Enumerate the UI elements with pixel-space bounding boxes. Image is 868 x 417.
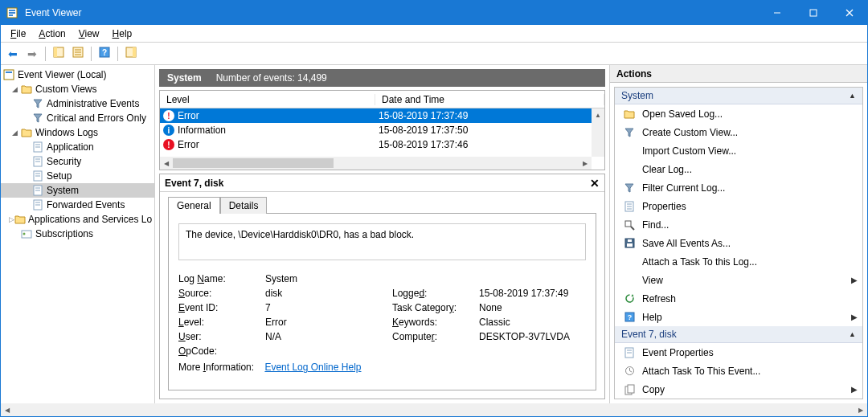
action-create-custom-view[interactable]: Create Custom View...	[615, 123, 862, 141]
save-icon	[623, 237, 636, 250]
tree-label: Setup	[47, 170, 72, 182]
scroll-right-icon[interactable]: ▶	[854, 403, 867, 416]
action-label: Filter Current Log...	[642, 182, 725, 194]
error-icon: !	[163, 110, 174, 121]
tree-apps-services[interactable]: ▷ Applications and Services Lo	[1, 212, 154, 227]
subscriptions-icon	[20, 227, 33, 240]
center-header: System Number of events: 14,499	[159, 69, 605, 87]
action-copy[interactable]: Copy ▶	[615, 380, 862, 399]
event-properties-grid: Log Name: System Source: disk Logged: 15…	[178, 273, 586, 357]
action-label: Find...	[642, 219, 669, 231]
actions-section-event[interactable]: Event 7, disk ▲	[615, 326, 862, 343]
event-row[interactable]: iInformation15-08-2019 17:37:50	[160, 123, 592, 137]
event-row[interactable]: !Error15-08-2019 17:37:46	[160, 137, 592, 152]
action-view[interactable]: View ▶	[615, 271, 862, 289]
action-open-saved-log[interactable]: Open Saved Log...	[615, 104, 862, 123]
scroll-thumb[interactable]	[173, 158, 334, 168]
scroll-right-icon[interactable]: ▶	[579, 157, 592, 170]
collapse-icon[interactable]: ◢	[9, 85, 20, 93]
col-level[interactable]: Level	[160, 94, 375, 105]
forward-button[interactable]: ➡	[23, 45, 41, 63]
menu-file[interactable]: File	[4, 27, 32, 41]
action-save-all[interactable]: Save All Events As...	[615, 234, 862, 252]
log-icon	[31, 155, 44, 168]
tree-admin-events[interactable]: Administrative Events	[1, 96, 154, 111]
menu-view[interactable]: View	[72, 27, 106, 41]
action-filter-log[interactable]: Filter Current Log...	[615, 178, 862, 197]
collapse-icon[interactable]: ◢	[9, 129, 20, 137]
tab-details[interactable]: Details	[220, 197, 268, 214]
action-find[interactable]: Find...	[615, 215, 862, 234]
collapse-icon[interactable]: ▲	[849, 330, 856, 338]
svg-text:?: ?	[627, 313, 632, 321]
refresh-icon	[623, 292, 636, 305]
tree-system[interactable]: System	[1, 183, 154, 198]
action-properties[interactable]: Properties	[615, 197, 862, 215]
collapse-icon[interactable]: ▲	[849, 92, 856, 100]
scroll-left-icon[interactable]: ◀	[160, 157, 173, 170]
menubar: File Action View Help	[1, 25, 867, 43]
tree-forwarded[interactable]: Forwarded Events	[1, 198, 154, 212]
val-task-category: None	[479, 302, 586, 313]
action-clear-log[interactable]: Clear Log...	[615, 160, 862, 178]
folder-icon	[20, 83, 33, 96]
action-help[interactable]: ? Help ▶	[615, 308, 862, 326]
lbl-level: Level:	[178, 317, 259, 328]
lbl-task-category: Task Category:	[392, 302, 473, 313]
arrow-left-icon: ⬅	[8, 47, 18, 60]
action-attach-task-event[interactable]: Attach Task To This Event...	[615, 362, 862, 380]
properties-button[interactable]	[69, 45, 87, 63]
svg-point-36	[23, 233, 26, 235]
col-date[interactable]: Date and Time	[375, 94, 604, 105]
maximize-button[interactable]	[795, 1, 831, 25]
event-detail-pane: Event 7, disk ✕ General Details The devi…	[159, 174, 605, 399]
tree-custom-views[interactable]: ◢ Custom Views	[1, 82, 154, 96]
help-button[interactable]: ?	[96, 45, 113, 63]
val-level: Error	[265, 317, 386, 328]
tab-general[interactable]: General	[168, 197, 220, 214]
event-log-help-link[interactable]: Event Log Online Help	[264, 362, 361, 373]
tree-subscriptions[interactable]: Subscriptions	[1, 227, 154, 241]
svg-rect-45	[628, 239, 632, 242]
back-button[interactable]: ⬅	[4, 45, 22, 63]
detail-header: Event 7, disk ✕	[160, 174, 604, 192]
val-source: disk	[265, 288, 386, 299]
level-text: Error	[178, 110, 199, 121]
tree-windows-logs[interactable]: ◢ Windows Logs	[1, 125, 154, 140]
val-keywords: Classic	[479, 317, 586, 328]
vertical-scrollbar[interactable]: ▲	[592, 108, 604, 157]
tree-setup[interactable]: Setup	[1, 169, 154, 183]
close-detail-button[interactable]: ✕	[590, 177, 600, 190]
event-row[interactable]: !Error15-08-2019 17:37:49	[160, 108, 592, 123]
tree-application[interactable]: Application	[1, 140, 154, 154]
actions-section-system[interactable]: System ▲	[615, 88, 862, 104]
find-icon	[623, 219, 636, 231]
close-button[interactable]	[831, 1, 867, 25]
menu-help[interactable]: Help	[106, 27, 139, 41]
center-pane: System Number of events: 14,499 Level Da…	[155, 65, 610, 403]
horizontal-scrollbar[interactable]: ◀ ▶	[160, 157, 592, 170]
action-import-custom-view[interactable]: Import Custom View...	[615, 141, 862, 160]
event-list[interactable]: Level Date and Time !Error15-08-2019 17:…	[159, 90, 605, 170]
minimize-button[interactable]	[759, 1, 795, 25]
tab-body: The device, \Device\Harddisk0\DR0, has a…	[168, 213, 596, 390]
menu-action[interactable]: Action	[32, 27, 72, 41]
action-attach-task-log[interactable]: Attach a Task To this Log...	[615, 252, 862, 271]
scroll-left-icon[interactable]: ◀	[1, 403, 14, 416]
tree-security[interactable]: Security	[1, 154, 154, 169]
expand-icon[interactable]: ▷	[9, 215, 14, 223]
svg-rect-19	[6, 72, 12, 73]
tree-pane[interactable]: Event Viewer (Local) ◢ Custom Views Admi…	[1, 65, 155, 403]
action-event-properties[interactable]: Event Properties	[615, 343, 862, 362]
action-refresh[interactable]: Refresh	[615, 289, 862, 308]
val-computer: DESKTOP-3V7LVDA	[479, 331, 586, 342]
show-tree-button[interactable]	[50, 45, 68, 63]
titlebar: Event Viewer	[1, 1, 867, 25]
column-headers[interactable]: Level Date and Time	[160, 91, 604, 108]
bottom-scrollbar[interactable]: ◀ ▶	[1, 403, 867, 416]
tree-critical-errors[interactable]: Critical and Errors Only	[1, 111, 154, 125]
tree-root[interactable]: Event Viewer (Local)	[1, 67, 154, 82]
tree-label: Security	[47, 156, 81, 167]
action-pane-button[interactable]	[122, 45, 140, 63]
scroll-up-icon[interactable]: ▲	[592, 108, 604, 121]
